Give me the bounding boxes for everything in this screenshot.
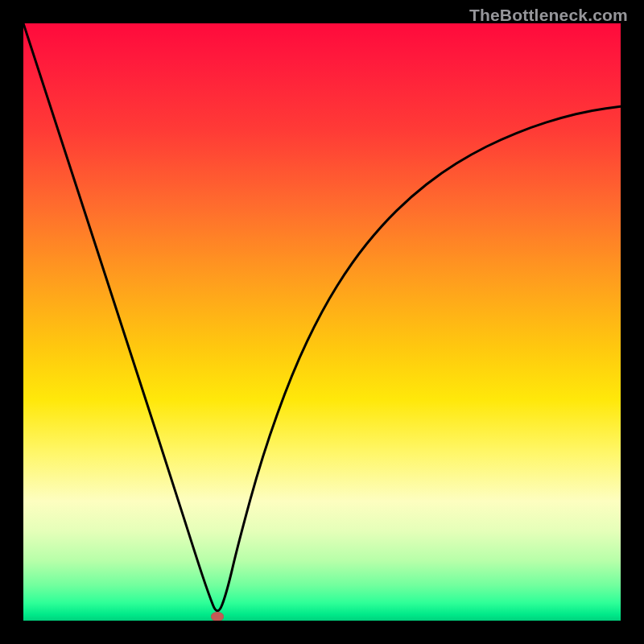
optimum-marker-icon [211,612,224,621]
bottleneck-curve [23,23,621,621]
watermark-text: TheBottleneck.com [469,6,628,25]
chart-stage: TheBottleneck.com [0,0,644,644]
plot-area [23,23,621,621]
